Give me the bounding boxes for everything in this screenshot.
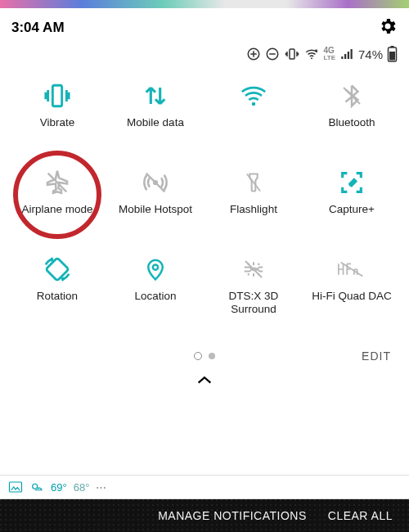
add-circle-icon xyxy=(246,47,261,61)
tile-label: Capture+ xyxy=(329,203,375,228)
weather-more: ⋯ xyxy=(96,481,106,494)
tile-mobile-data[interactable]: Mobile data xyxy=(106,82,204,141)
top-row: 3:04 AM xyxy=(0,8,409,43)
airplane-icon xyxy=(43,169,71,196)
rotation-icon xyxy=(43,255,71,283)
network-4glte-icon: 4GLTE xyxy=(323,47,335,61)
page-dot-2 xyxy=(209,353,215,359)
weather-lo: 68° xyxy=(74,481,90,494)
tile-vibrate[interactable]: Vibrate xyxy=(8,82,106,141)
weather-icon xyxy=(29,480,44,494)
tile-label: Mobile data xyxy=(127,116,184,141)
svg-point-11 xyxy=(153,264,158,269)
wifi-status-icon xyxy=(304,47,319,61)
svg-rect-7 xyxy=(52,85,61,106)
wifi-icon xyxy=(239,82,268,110)
tile-label: Vibrate xyxy=(40,116,75,141)
tile-label: Bluetooth xyxy=(328,116,375,141)
tile-hifi-dac[interactable]: Hi-Fi Quad DAC xyxy=(303,255,401,315)
tile-rotation[interactable]: Rotation xyxy=(8,255,106,315)
tile-capture-plus[interactable]: Capture+ xyxy=(303,169,401,228)
weather-hi: 69° xyxy=(51,481,67,494)
flashlight-icon xyxy=(242,169,265,196)
tile-airplane-mode[interactable]: Airplane mode xyxy=(8,169,106,228)
svg-rect-5 xyxy=(391,46,394,47)
manage-notifications-button[interactable]: MANAGE NOTIFICATIONS xyxy=(158,509,307,522)
bottom-action-bar: MANAGE NOTIFICATIONS CLEAR ALL xyxy=(0,499,409,532)
tile-bluetooth[interactable]: Bluetooth xyxy=(303,82,401,141)
tile-wifi[interactable] xyxy=(204,82,303,141)
settings-gear-icon[interactable] xyxy=(378,16,398,39)
battery-icon xyxy=(387,46,398,62)
dnd-icon xyxy=(265,47,280,61)
battery-percent: 74% xyxy=(358,47,383,61)
capture-icon xyxy=(338,169,366,196)
page-dot-1 xyxy=(194,352,202,360)
location-icon xyxy=(143,255,168,283)
status-icons-row: 4GLTE 74% xyxy=(0,43,409,75)
clear-all-button[interactable]: CLEAR ALL xyxy=(328,509,393,522)
mobile-data-icon xyxy=(142,82,169,110)
tile-label: Airplane mode xyxy=(21,203,92,228)
tile-mobile-hotspot[interactable]: Mobile Hotspot xyxy=(106,169,204,228)
hotspot-icon xyxy=(142,169,169,196)
tile-flashlight[interactable]: Flashlight xyxy=(204,169,303,228)
tile-label: Rotation xyxy=(37,290,78,314)
svg-rect-6 xyxy=(389,52,395,61)
collapse-chevron-icon[interactable] xyxy=(0,374,409,389)
hifi-icon xyxy=(336,255,367,283)
svg-point-8 xyxy=(252,102,256,106)
vibrate-status-icon xyxy=(284,47,300,61)
svg-point-13 xyxy=(33,484,38,489)
svg-rect-2 xyxy=(290,49,294,59)
clock-time: 3:04 AM xyxy=(11,20,65,36)
picture-icon xyxy=(8,480,23,494)
edit-button[interactable]: EDIT xyxy=(362,349,391,363)
tile-label: DTS:X 3D Surround xyxy=(204,290,303,315)
tile-location[interactable]: Location xyxy=(106,255,204,315)
svg-point-3 xyxy=(311,57,312,59)
vibrate-icon xyxy=(43,82,71,110)
dtsx-icon xyxy=(240,255,267,283)
bluetooth-icon xyxy=(339,82,364,110)
notification-gradient xyxy=(0,0,409,8)
weather-notification-row[interactable]: 69° 68° ⋯ xyxy=(0,475,409,499)
quick-settings-grid: Vibrate Mobile data Bluetooth Airplane m… xyxy=(0,75,409,315)
page-indicator: EDIT xyxy=(0,346,409,366)
cell-signal-icon xyxy=(339,47,354,61)
tile-label: Hi-Fi Quad DAC xyxy=(312,290,392,314)
tile-label: Flashlight xyxy=(230,203,277,228)
tile-label: Mobile Hotspot xyxy=(119,203,192,228)
tile-dtsx-surround[interactable]: DTS:X 3D Surround xyxy=(204,255,303,315)
tile-label: Location xyxy=(134,290,176,314)
